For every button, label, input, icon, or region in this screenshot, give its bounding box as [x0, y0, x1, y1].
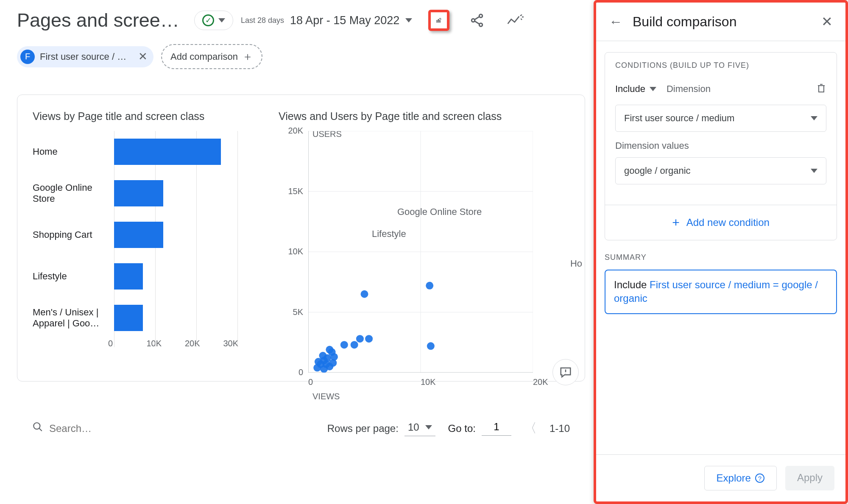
dimension-select[interactable]: First user source / medium: [615, 105, 826, 132]
rows-per-page-value: 10: [408, 421, 419, 433]
rows-per-page-select[interactable]: 10: [404, 420, 435, 436]
scatter-chart-title: Views and Users by Page title and screen…: [279, 110, 582, 123]
date-range: 18 Apr - 15 May 2022: [290, 14, 399, 27]
search-input[interactable]: [49, 423, 176, 434]
back-arrow-icon[interactable]: ←: [609, 14, 622, 30]
comparison-chip[interactable]: F First user source / medi… ✕: [17, 46, 153, 67]
search-icon: [32, 421, 43, 435]
dimension-values-select[interactable]: google / organic: [615, 157, 826, 184]
prev-page-button[interactable]: 〈: [524, 420, 537, 437]
plus-icon: +: [672, 215, 680, 230]
bar: [114, 222, 163, 248]
goto-label: Go to:: [448, 423, 476, 434]
conditions-header: CONDITIONS (BUILD UP TO FIVE): [605, 53, 837, 78]
chevron-down-icon: [811, 169, 817, 173]
svg-rect-0: [437, 20, 438, 22]
scatter-point[interactable]: [356, 335, 364, 342]
bar-label: Shopping Cart: [33, 229, 114, 240]
chevron-down-icon: [218, 18, 225, 22]
feedback-button[interactable]: [552, 359, 579, 385]
close-icon[interactable]: ✕: [821, 14, 833, 30]
bar-chart: HomeGoogle Online StoreShopping CartLife…: [33, 131, 262, 348]
point-label-cut: Ho: [570, 258, 582, 269]
chevron-down-icon: [811, 116, 817, 120]
summary-include: Include: [614, 279, 647, 290]
chip-label: First user source / medi…: [40, 51, 133, 62]
explore-label: Explore: [717, 472, 751, 484]
plus-icon: ＋: [242, 49, 253, 64]
axis-tick: 5K: [278, 307, 303, 317]
axis-tick: 20K: [278, 126, 303, 136]
dimension-label: Dimension: [667, 84, 711, 95]
bar-label: Home: [33, 146, 114, 157]
share-icon[interactable]: [466, 10, 488, 31]
dimension-value: First user source / medium: [624, 113, 734, 124]
bar: [114, 180, 163, 206]
scatter-point[interactable]: [365, 335, 373, 342]
axis-tick: 20K: [533, 377, 645, 387]
chevron-down-icon: [425, 425, 432, 429]
bar: [114, 305, 143, 331]
add-comparison-button[interactable]: Add comparison ＋: [161, 44, 262, 69]
bar: [114, 139, 221, 165]
axis-tick: 0: [278, 368, 303, 377]
check-icon: ✓: [202, 14, 214, 26]
chevron-down-icon: [405, 18, 412, 22]
axis-tick: 10K: [421, 377, 533, 387]
build-comparison-panel: ← Build comparison ✕ CONDITIONS (BUILD U…: [594, 0, 848, 504]
bar-label: Lifestyle: [33, 271, 114, 282]
page-title: Pages and screen…: [17, 9, 187, 31]
scatter-chart: USERS 05K10K15K20K 010K20K VIEWS Lifesty…: [279, 131, 582, 373]
bar-label: Men's / Unisex | Apparel | Goo…: [33, 307, 114, 329]
scatter-point[interactable]: [340, 341, 348, 348]
explore-button[interactable]: Explore ?: [704, 466, 777, 490]
dimension-values-label: Dimension values: [615, 140, 826, 151]
svg-point-14: [33, 423, 40, 429]
scatter-point[interactable]: [361, 290, 368, 298]
include-dropdown[interactable]: Include: [615, 84, 656, 95]
svg-rect-2: [440, 21, 441, 22]
axis-tick: 0: [308, 377, 421, 387]
scatter-point[interactable]: [351, 341, 358, 348]
bar: [114, 263, 143, 290]
axis-tick: 10K: [278, 247, 303, 256]
date-range-picker[interactable]: Last 28 days 18 Apr - 15 May 2022: [241, 14, 412, 27]
summary-label: SUMMARY: [605, 253, 837, 262]
scatter-x-label: VIEWS: [312, 392, 340, 401]
dimension-values-value: google / organic: [624, 165, 691, 176]
insights-icon[interactable]: [505, 10, 526, 31]
add-condition-button[interactable]: + Add new condition: [605, 205, 837, 240]
chevron-down-icon: [650, 87, 656, 91]
point-label: Google Online Store: [397, 206, 482, 217]
scatter-point[interactable]: [426, 282, 433, 290]
add-condition-label: Add new condition: [686, 217, 770, 228]
chip-badge: F: [20, 50, 35, 64]
help-icon: ?: [755, 473, 764, 483]
chip-add-label: Add comparison: [170, 51, 238, 62]
status-dropdown[interactable]: ✓: [194, 11, 233, 30]
date-label: Last 28 days: [241, 16, 284, 25]
summary-box: Include First user source / medium = goo…: [605, 270, 837, 314]
bar-label: Google Online Store: [33, 182, 114, 205]
rows-per-page-label: Rows per page:: [327, 423, 399, 434]
scatter-point[interactable]: [329, 359, 337, 367]
scatter-point[interactable]: [427, 342, 435, 350]
close-icon[interactable]: ✕: [138, 50, 148, 63]
point-label: Lifestyle: [372, 228, 406, 239]
page-range: 1-10: [550, 423, 570, 434]
apply-button[interactable]: Apply: [785, 466, 834, 490]
include-label: Include: [615, 84, 645, 95]
bar-chart-title: Views by Page title and screen class: [33, 110, 262, 123]
goto-input[interactable]: [482, 421, 511, 436]
delete-icon[interactable]: [816, 83, 826, 95]
customize-report-button[interactable]: [428, 10, 449, 31]
axis-tick: 15K: [278, 187, 303, 196]
panel-title: Build comparison: [633, 14, 811, 30]
